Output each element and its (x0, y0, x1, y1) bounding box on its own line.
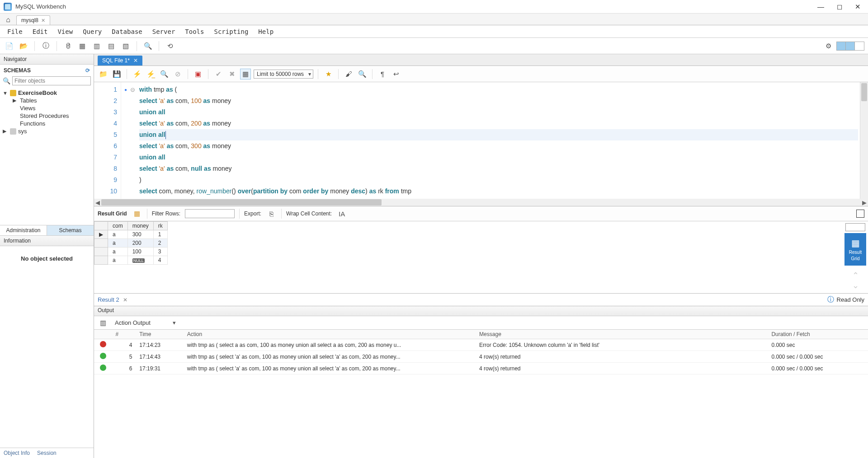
stop-icon[interactable]: ⊘ (172, 69, 183, 79)
limit-rows-dropdown[interactable]: Limit to 50000 rows (254, 70, 313, 79)
settings-icon[interactable]: ⚙ (823, 41, 834, 51)
menu-tools[interactable]: Tools (180, 26, 208, 37)
invisible-icon[interactable]: ¶ (377, 69, 388, 79)
tree-db-label: ExerciseBook (18, 89, 57, 96)
result-tab[interactable]: Result 2 (98, 296, 119, 303)
menu-query[interactable]: Query (78, 26, 106, 37)
open-sql-icon[interactable]: 📂 (18, 41, 29, 51)
storedproc-create-icon[interactable]: ▤ (106, 41, 117, 51)
col-money[interactable]: money (127, 222, 153, 230)
close-icon[interactable]: ✕ (133, 57, 138, 64)
output-toggle-icon[interactable] (846, 42, 855, 50)
brush-icon[interactable]: 🖌 (343, 69, 354, 79)
sidebar-toggle-icon[interactable] (837, 42, 846, 50)
db-add-icon[interactable]: 🛢 (62, 41, 73, 51)
menu-server[interactable]: Server (148, 26, 180, 37)
max-toggle-icon[interactable] (856, 210, 864, 218)
output-row[interactable]: 6 17:19:31 with tmp as ( select 'a' as c… (94, 363, 868, 374)
chevron-down-icon[interactable]: ⌄ (852, 280, 859, 290)
col-com[interactable]: com (108, 222, 128, 230)
wrap-cell-icon[interactable]: IA (336, 208, 347, 219)
result-grid-tile[interactable]: ▦ Result Grid (844, 233, 866, 266)
editor-vertical-scrollbar[interactable] (860, 82, 868, 199)
col-duration[interactable]: Duration / Fetch (768, 330, 857, 339)
toggle-execute-icon[interactable]: ▦ (240, 69, 251, 79)
output-row[interactable]: 5 17:14:43 with tmp as ( select 'a' as c… (94, 351, 868, 363)
col-message[interactable]: Message (476, 330, 768, 339)
execute-icon[interactable]: ⚡ (132, 69, 142, 79)
menu-database[interactable]: Database (107, 26, 146, 37)
tab-schemas[interactable]: Schemas (47, 225, 94, 235)
table-row[interactable]: ▶a3001 (94, 230, 168, 239)
tab-session[interactable]: Session (33, 448, 60, 458)
chevron-up-icon[interactable]: ⌃ (852, 271, 859, 280)
result-side-panel: ▦ Result Grid ⌃ ⌄ (843, 221, 868, 293)
maximize-button[interactable]: ◻ (837, 3, 842, 11)
window-titlebar: MySQL Workbench — ◻ ✕ (0, 0, 868, 14)
tree-functions[interactable]: Functions (13, 120, 91, 127)
menu-file[interactable]: File (3, 26, 27, 37)
toggle-side-icon[interactable] (845, 223, 865, 231)
open-file-icon[interactable]: 📁 (98, 69, 108, 79)
tree-db-exercisebook[interactable]: ▼ ExerciseBook (3, 89, 91, 97)
save-icon[interactable]: 💾 (111, 69, 122, 79)
wrap-icon[interactable]: ↩ (391, 69, 401, 79)
tree-tables[interactable]: ▶Tables (13, 97, 91, 104)
filter-objects-input[interactable] (12, 76, 91, 85)
output-layout-icon[interactable]: ▥ (98, 318, 108, 328)
refresh-icon[interactable]: ⟳ (85, 67, 90, 74)
reconnect-icon[interactable]: ⟲ (165, 41, 175, 51)
close-icon[interactable]: ✕ (41, 18, 45, 23)
col-time[interactable]: Time (136, 330, 184, 339)
tab-object-info[interactable]: Object Info (0, 448, 33, 458)
inspector-icon[interactable]: ⓘ (40, 41, 51, 51)
beautify-icon[interactable]: ★ (323, 69, 334, 79)
new-sql-tab-icon[interactable]: 📄 (4, 41, 14, 51)
home-icon[interactable]: ⌂ (3, 15, 14, 25)
toggle-autocommit-icon[interactable]: ▣ (193, 69, 203, 79)
table-row[interactable]: a1003 (94, 248, 168, 256)
export-icon[interactable]: ⎘ (266, 208, 277, 219)
close-button[interactable]: ✕ (855, 3, 861, 11)
execute-current-icon[interactable]: ⚡̲ (145, 69, 156, 79)
result-grid[interactable]: com money rk ▶a3001 a2002 a1003 aNULL4 (94, 221, 168, 293)
scroll-right-icon[interactable]: ▶ (861, 199, 868, 206)
secondary-toggle-icon[interactable] (855, 42, 864, 50)
filter-rows-input[interactable] (185, 209, 235, 218)
grid-icon[interactable]: ▦ (132, 208, 142, 219)
sql-editor[interactable]: 12345 678910 with tmp as ( select 'a' as… (94, 82, 868, 199)
close-icon[interactable]: ✕ (123, 297, 127, 303)
output-table: # Time Action Message Duration / Fetch 4… (94, 330, 868, 374)
code-area[interactable]: with tmp as ( select 'a' as com, 100 as … (121, 82, 860, 199)
menu-view[interactable]: View (53, 26, 77, 37)
sql-file-tab[interactable]: SQL File 1* ✕ (98, 56, 142, 65)
table-create-icon[interactable]: ▦ (77, 41, 88, 51)
editor-horizontal-scrollbar[interactable]: ◀ ▶ (94, 199, 868, 206)
tree-db-sys[interactable]: ▶ sys (3, 127, 91, 135)
col-num[interactable]: # (112, 330, 136, 339)
schemas-header: SCHEMAS ⟳ (0, 65, 94, 75)
find-icon[interactable]: 🔍 (357, 69, 368, 79)
search-table-icon[interactable]: 🔍 (142, 41, 153, 51)
tab-administration[interactable]: Administration (0, 225, 47, 235)
col-rk[interactable]: rk (153, 222, 167, 230)
output-row[interactable]: 4 17:14:23 with tmp as ( select a as com… (94, 339, 868, 351)
col-action[interactable]: Action (184, 330, 476, 339)
menu-edit[interactable]: Edit (28, 26, 52, 37)
view-create-icon[interactable]: ▥ (91, 41, 102, 51)
tree-storedproc[interactable]: Stored Procedures (13, 112, 91, 120)
table-row[interactable]: aNULL4 (94, 256, 168, 265)
scroll-left-icon[interactable]: ◀ (94, 199, 101, 206)
connection-tab[interactable]: mysql8 ✕ (16, 15, 50, 25)
table-row[interactable]: a2002 (94, 239, 168, 248)
commit-icon[interactable]: ✔ (213, 69, 224, 79)
menu-scripting[interactable]: Scripting (209, 26, 253, 37)
menu-help[interactable]: Help (254, 26, 278, 37)
function-create-icon[interactable]: ▧ (120, 41, 131, 51)
explain-icon[interactable]: 🔍 (159, 69, 170, 79)
tree-views[interactable]: Views (13, 104, 91, 112)
export-label: Export: (244, 210, 261, 217)
minimize-button[interactable]: — (817, 3, 824, 11)
rollback-icon[interactable]: ✖ (226, 69, 237, 79)
action-output-dropdown[interactable]: Action Output (112, 318, 178, 327)
